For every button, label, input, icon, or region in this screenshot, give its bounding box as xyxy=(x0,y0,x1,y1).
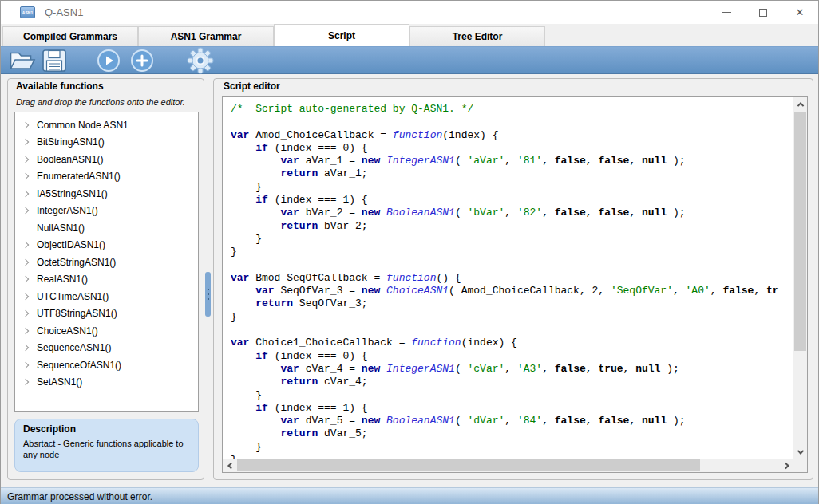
code-line: if (index === 1) { xyxy=(231,194,793,207)
gear-icon xyxy=(187,47,214,74)
title-bar: ASN1 Q-ASN1 ✕ xyxy=(1,1,818,24)
tab-compiled-grammars[interactable]: Compiled Grammars xyxy=(2,26,138,46)
code-line: } xyxy=(231,389,793,402)
panel-splitter-handle[interactable] xyxy=(205,272,211,317)
function-item[interactable]: IntegerASN1() xyxy=(15,203,198,220)
code-line: return cVar_4; xyxy=(231,376,793,388)
tab-bar: Compiled GrammarsASN1 GrammarScriptTree … xyxy=(1,24,818,46)
horizontal-scrollbar[interactable] xyxy=(223,459,793,472)
tab-tree-editor[interactable]: Tree Editor xyxy=(410,26,545,46)
chevron-left-icon xyxy=(228,462,234,468)
scroll-down-button[interactable] xyxy=(793,445,807,459)
function-label: OctetStringASN1() xyxy=(37,257,116,268)
expand-chevron-icon[interactable] xyxy=(22,379,29,385)
expand-chevron-icon[interactable] xyxy=(22,328,29,334)
close-button[interactable]: ✕ xyxy=(781,1,818,24)
function-item[interactable]: UTCTimeASN1() xyxy=(15,288,198,305)
function-item[interactable]: UTF8StringASN1() xyxy=(15,305,198,323)
functions-list[interactable]: Common Node ASN1BitStringASN1()BooleanAS… xyxy=(14,112,199,412)
function-item[interactable]: ObjectIDASN1() xyxy=(15,237,198,254)
function-label: RealASN1() xyxy=(37,274,88,285)
code-line: var aVar_1 = new IntegerASN1( 'aVar', '8… xyxy=(231,155,793,167)
settings-button[interactable] xyxy=(185,46,216,74)
code-line: } xyxy=(231,311,793,324)
function-label: SetASN1() xyxy=(37,376,82,388)
expand-chevron-icon[interactable] xyxy=(22,293,29,300)
run-button[interactable] xyxy=(95,46,122,74)
code-area[interactable]: /* Script auto-generated by Q-ASN1. */va… xyxy=(223,97,793,459)
function-item[interactable]: NullASN1() xyxy=(15,219,198,237)
expand-chevron-icon[interactable] xyxy=(22,122,29,128)
function-item[interactable]: Common Node ASN1 xyxy=(15,116,198,134)
drag-drop-hint: Drag and drop the functions onto the edi… xyxy=(16,97,185,107)
code-line: var Choice1_ChoiceCallback = function(in… xyxy=(231,337,793,349)
script-editor-panel: Script editor /* Script auto-generated b… xyxy=(213,78,813,480)
open-button[interactable] xyxy=(6,46,38,74)
function-label: Common Node ASN1 xyxy=(37,120,129,131)
code-line: } xyxy=(231,246,793,258)
code-line xyxy=(231,324,793,337)
function-item[interactable]: BooleanASN1() xyxy=(15,151,198,168)
scroll-right-button[interactable] xyxy=(780,459,793,472)
expand-chevron-icon[interactable] xyxy=(22,191,29,197)
chevron-right-icon xyxy=(782,462,789,468)
code-line: /* Script auto-generated by Q-ASN1. */ xyxy=(231,103,793,116)
function-item[interactable]: BitStringASN1() xyxy=(15,134,198,152)
expand-chevron-icon[interactable] xyxy=(22,362,29,368)
function-item[interactable]: RealASN1() xyxy=(15,271,198,289)
description-text: Absrtact - Generic functions applicable … xyxy=(23,439,190,461)
expand-chevron-icon[interactable] xyxy=(22,156,29,163)
horizontal-scrollbar-thumb[interactable] xyxy=(237,459,700,471)
save-button[interactable] xyxy=(38,46,70,74)
code-line: if (index === 0) { xyxy=(231,350,793,363)
tab-asn1-grammar[interactable]: ASN1 Grammar xyxy=(138,26,274,46)
available-functions-title: Available functions xyxy=(16,81,104,92)
code-line xyxy=(231,116,793,128)
tab-script[interactable]: Script xyxy=(274,24,410,46)
expand-chevron-icon[interactable] xyxy=(22,173,29,179)
toolbar xyxy=(1,46,818,74)
function-item[interactable]: SequenceOfASN1() xyxy=(15,356,198,374)
vertical-scrollbar[interactable] xyxy=(793,97,807,459)
vertical-scrollbar-thumb[interactable] xyxy=(794,112,806,351)
code-line: return SeqOfVar_3; xyxy=(231,297,793,310)
expand-chevron-icon[interactable] xyxy=(22,139,29,145)
add-button[interactable] xyxy=(129,46,156,74)
function-label: ChoiceASN1() xyxy=(37,325,98,337)
function-label: SequenceASN1() xyxy=(37,342,111,353)
window-controls: ✕ xyxy=(708,1,818,24)
function-item[interactable]: SetASN1() xyxy=(15,374,198,392)
function-item[interactable]: OctetStringASN1() xyxy=(15,254,198,271)
code-line: var SeqOfVar_3 = new ChoiceASN1( Amod_Ch… xyxy=(231,285,793,297)
maximize-button[interactable] xyxy=(745,1,781,24)
minimize-button[interactable] xyxy=(708,1,745,24)
expand-chevron-icon[interactable] xyxy=(22,310,29,317)
code-line: var cVar_4 = new IntegerASN1( 'cVar', 'A… xyxy=(231,363,793,376)
function-item[interactable]: SequenceASN1() xyxy=(15,340,198,357)
function-label: IntegerASN1() xyxy=(37,205,98,216)
code-line: } xyxy=(231,441,793,454)
chevron-up-icon xyxy=(797,102,803,108)
code-line xyxy=(231,259,793,272)
code-line: var Amod_ChoiceCallback = function(index… xyxy=(231,129,793,142)
scroll-left-button[interactable] xyxy=(223,459,236,472)
code-line: return aVar_1; xyxy=(231,167,793,180)
function-label: UTF8StringASN1() xyxy=(37,308,117,319)
expand-chevron-icon[interactable] xyxy=(22,276,29,282)
function-label: EnumeratedASN1() xyxy=(37,171,121,182)
expand-chevron-icon[interactable] xyxy=(22,259,29,266)
function-item[interactable]: EnumeratedASN1() xyxy=(15,168,198,186)
function-label: NullASN1() xyxy=(37,222,85,234)
expand-chevron-icon[interactable] xyxy=(22,345,29,351)
expand-chevron-icon[interactable] xyxy=(22,207,29,214)
scrollbar-corner xyxy=(793,459,807,472)
status-bar: Grammar processed without error. xyxy=(1,487,818,504)
function-item[interactable]: IA5StringASN1() xyxy=(15,185,198,203)
code-line: var Bmod_SeqOfCallback = function() { xyxy=(231,272,793,285)
function-item[interactable]: ChoiceASN1() xyxy=(15,322,198,340)
expand-chevron-icon[interactable] xyxy=(22,242,29,248)
scroll-up-button[interactable] xyxy=(793,97,807,111)
minimize-icon xyxy=(722,12,731,13)
function-label: UTCTimeASN1() xyxy=(37,291,109,302)
function-label: SequenceOfASN1() xyxy=(37,360,121,371)
